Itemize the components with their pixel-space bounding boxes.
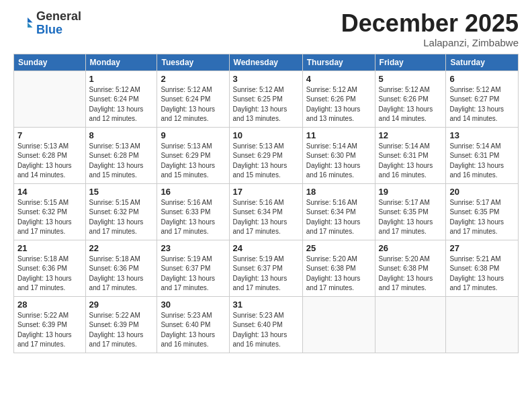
day-info: Sunrise: 5:15 AM Sunset: 6:32 PM Dayligh… bbox=[89, 198, 154, 237]
calendar-cell: 1Sunrise: 5:12 AM Sunset: 6:24 PM Daylig… bbox=[85, 71, 157, 127]
day-number: 14 bbox=[17, 187, 82, 197]
day-number: 24 bbox=[233, 243, 299, 253]
day-of-week-header: Thursday bbox=[302, 54, 375, 71]
calendar-cell: 6Sunrise: 5:12 AM Sunset: 6:27 PM Daylig… bbox=[446, 71, 519, 127]
day-info: Sunrise: 5:13 AM Sunset: 6:29 PM Dayligh… bbox=[233, 142, 299, 181]
calendar-cell: 16Sunrise: 5:16 AM Sunset: 6:33 PM Dayli… bbox=[157, 183, 229, 240]
day-number: 21 bbox=[17, 243, 82, 253]
day-info: Sunrise: 5:16 AM Sunset: 6:33 PM Dayligh… bbox=[161, 198, 225, 237]
calendar-table: SundayMondayTuesdayWednesdayThursdayFrid… bbox=[13, 54, 519, 353]
day-info: Sunrise: 5:12 AM Sunset: 6:26 PM Dayligh… bbox=[306, 85, 371, 124]
calendar-week-row: 28Sunrise: 5:22 AM Sunset: 6:39 PM Dayli… bbox=[14, 296, 519, 353]
day-info: Sunrise: 5:12 AM Sunset: 6:26 PM Dayligh… bbox=[379, 85, 443, 124]
calendar-cell: 15Sunrise: 5:15 AM Sunset: 6:32 PM Dayli… bbox=[85, 183, 157, 240]
location: Lalapanzi, Zimbabwe bbox=[341, 37, 519, 48]
day-number: 12 bbox=[379, 130, 443, 140]
day-of-week-header: Saturday bbox=[446, 54, 519, 71]
day-number: 6 bbox=[449, 74, 515, 84]
day-number: 15 bbox=[89, 187, 154, 197]
day-number: 18 bbox=[306, 187, 371, 197]
calendar-week-row: 21Sunrise: 5:18 AM Sunset: 6:36 PM Dayli… bbox=[14, 240, 519, 296]
day-info: Sunrise: 5:22 AM Sunset: 6:39 PM Dayligh… bbox=[17, 311, 82, 350]
logo-blue: Blue bbox=[36, 24, 81, 37]
day-info: Sunrise: 5:23 AM Sunset: 6:40 PM Dayligh… bbox=[161, 311, 225, 350]
header: General Blue December 2025 Lalapanzi, Zi… bbox=[13, 10, 519, 48]
calendar-cell: 24Sunrise: 5:19 AM Sunset: 6:37 PM Dayli… bbox=[229, 240, 302, 296]
calendar-cell: 2Sunrise: 5:12 AM Sunset: 6:24 PM Daylig… bbox=[157, 71, 229, 127]
day-info: Sunrise: 5:18 AM Sunset: 6:36 PM Dayligh… bbox=[89, 255, 154, 293]
day-info: Sunrise: 5:22 AM Sunset: 6:39 PM Dayligh… bbox=[89, 311, 154, 350]
day-info: Sunrise: 5:18 AM Sunset: 6:36 PM Dayligh… bbox=[17, 255, 82, 293]
day-info: Sunrise: 5:15 AM Sunset: 6:32 PM Dayligh… bbox=[17, 198, 82, 237]
day-number: 7 bbox=[17, 130, 82, 140]
svg-marker-0 bbox=[28, 17, 33, 23]
calendar-cell: 31Sunrise: 5:23 AM Sunset: 6:40 PM Dayli… bbox=[229, 296, 302, 353]
calendar-cell: 23Sunrise: 5:19 AM Sunset: 6:37 PM Dayli… bbox=[157, 240, 229, 296]
day-number: 25 bbox=[306, 243, 371, 253]
day-number: 3 bbox=[233, 74, 299, 84]
day-number: 28 bbox=[17, 300, 82, 310]
day-number: 20 bbox=[449, 187, 515, 197]
calendar-cell bbox=[14, 71, 86, 127]
day-number: 31 bbox=[233, 300, 299, 310]
calendar-cell: 19Sunrise: 5:17 AM Sunset: 6:35 PM Dayli… bbox=[375, 183, 446, 240]
day-info: Sunrise: 5:14 AM Sunset: 6:31 PM Dayligh… bbox=[449, 142, 515, 181]
day-info: Sunrise: 5:20 AM Sunset: 6:38 PM Dayligh… bbox=[306, 255, 371, 293]
day-number: 26 bbox=[379, 243, 443, 253]
day-info: Sunrise: 5:19 AM Sunset: 6:37 PM Dayligh… bbox=[233, 255, 299, 293]
logo-general: General bbox=[36, 10, 81, 24]
calendar-cell: 7Sunrise: 5:13 AM Sunset: 6:28 PM Daylig… bbox=[14, 127, 86, 183]
logo: General Blue bbox=[13, 10, 81, 37]
day-info: Sunrise: 5:13 AM Sunset: 6:28 PM Dayligh… bbox=[89, 142, 154, 181]
calendar-cell: 17Sunrise: 5:16 AM Sunset: 6:34 PM Dayli… bbox=[229, 183, 302, 240]
day-info: Sunrise: 5:13 AM Sunset: 6:29 PM Dayligh… bbox=[161, 142, 225, 181]
calendar-week-row: 7Sunrise: 5:13 AM Sunset: 6:28 PM Daylig… bbox=[14, 127, 519, 183]
day-number: 17 bbox=[233, 187, 299, 197]
calendar-body: 1Sunrise: 5:12 AM Sunset: 6:24 PM Daylig… bbox=[14, 71, 519, 353]
day-number: 27 bbox=[449, 243, 515, 253]
day-info: Sunrise: 5:21 AM Sunset: 6:38 PM Dayligh… bbox=[449, 255, 515, 293]
day-number: 23 bbox=[161, 243, 225, 253]
calendar-week-row: 1Sunrise: 5:12 AM Sunset: 6:24 PM Daylig… bbox=[14, 71, 519, 127]
day-of-week-header: Friday bbox=[375, 54, 446, 71]
day-info: Sunrise: 5:12 AM Sunset: 6:24 PM Dayligh… bbox=[89, 85, 154, 124]
day-info: Sunrise: 5:17 AM Sunset: 6:35 PM Dayligh… bbox=[449, 198, 515, 237]
calendar-cell bbox=[446, 296, 519, 353]
calendar-cell: 8Sunrise: 5:13 AM Sunset: 6:28 PM Daylig… bbox=[85, 127, 157, 183]
day-of-week-header: Tuesday bbox=[157, 54, 229, 71]
day-number: 22 bbox=[89, 243, 154, 253]
calendar-cell: 28Sunrise: 5:22 AM Sunset: 6:39 PM Dayli… bbox=[14, 296, 86, 353]
calendar-cell: 14Sunrise: 5:15 AM Sunset: 6:32 PM Dayli… bbox=[14, 183, 86, 240]
calendar-cell: 30Sunrise: 5:23 AM Sunset: 6:40 PM Dayli… bbox=[157, 296, 229, 353]
day-number: 29 bbox=[89, 300, 154, 310]
calendar-cell: 3Sunrise: 5:12 AM Sunset: 6:25 PM Daylig… bbox=[229, 71, 302, 127]
calendar-cell: 11Sunrise: 5:14 AM Sunset: 6:30 PM Dayli… bbox=[302, 127, 375, 183]
day-of-week-header: Sunday bbox=[14, 54, 86, 71]
day-info: Sunrise: 5:23 AM Sunset: 6:40 PM Dayligh… bbox=[233, 311, 299, 350]
calendar-cell: 25Sunrise: 5:20 AM Sunset: 6:38 PM Dayli… bbox=[302, 240, 375, 296]
day-number: 4 bbox=[306, 74, 371, 84]
day-info: Sunrise: 5:12 AM Sunset: 6:27 PM Dayligh… bbox=[449, 85, 515, 124]
day-info: Sunrise: 5:16 AM Sunset: 6:34 PM Dayligh… bbox=[306, 198, 371, 237]
calendar-cell: 20Sunrise: 5:17 AM Sunset: 6:35 PM Dayli… bbox=[446, 183, 519, 240]
calendar-cell: 22Sunrise: 5:18 AM Sunset: 6:36 PM Dayli… bbox=[85, 240, 157, 296]
calendar-cell: 21Sunrise: 5:18 AM Sunset: 6:36 PM Dayli… bbox=[14, 240, 86, 296]
calendar-cell: 5Sunrise: 5:12 AM Sunset: 6:26 PM Daylig… bbox=[375, 71, 446, 127]
calendar-cell: 4Sunrise: 5:12 AM Sunset: 6:26 PM Daylig… bbox=[302, 71, 375, 127]
calendar-cell: 12Sunrise: 5:14 AM Sunset: 6:31 PM Dayli… bbox=[375, 127, 446, 183]
calendar-cell: 9Sunrise: 5:13 AM Sunset: 6:29 PM Daylig… bbox=[157, 127, 229, 183]
calendar-cell: 29Sunrise: 5:22 AM Sunset: 6:39 PM Dayli… bbox=[85, 296, 157, 353]
day-number: 8 bbox=[89, 130, 154, 140]
day-info: Sunrise: 5:17 AM Sunset: 6:35 PM Dayligh… bbox=[379, 198, 443, 237]
day-info: Sunrise: 5:14 AM Sunset: 6:30 PM Dayligh… bbox=[306, 142, 371, 181]
day-number: 19 bbox=[379, 187, 443, 197]
logo-text: General Blue bbox=[36, 10, 81, 37]
day-of-week-header: Monday bbox=[85, 54, 157, 71]
day-number: 30 bbox=[161, 300, 225, 310]
calendar-cell: 10Sunrise: 5:13 AM Sunset: 6:29 PM Dayli… bbox=[229, 127, 302, 183]
day-info: Sunrise: 5:14 AM Sunset: 6:31 PM Dayligh… bbox=[379, 142, 443, 181]
day-info: Sunrise: 5:12 AM Sunset: 6:25 PM Dayligh… bbox=[233, 85, 299, 124]
calendar-header-row: SundayMondayTuesdayWednesdayThursdayFrid… bbox=[14, 54, 519, 71]
calendar-container: General Blue December 2025 Lalapanzi, Zi… bbox=[0, 0, 532, 411]
day-number: 11 bbox=[306, 130, 371, 140]
